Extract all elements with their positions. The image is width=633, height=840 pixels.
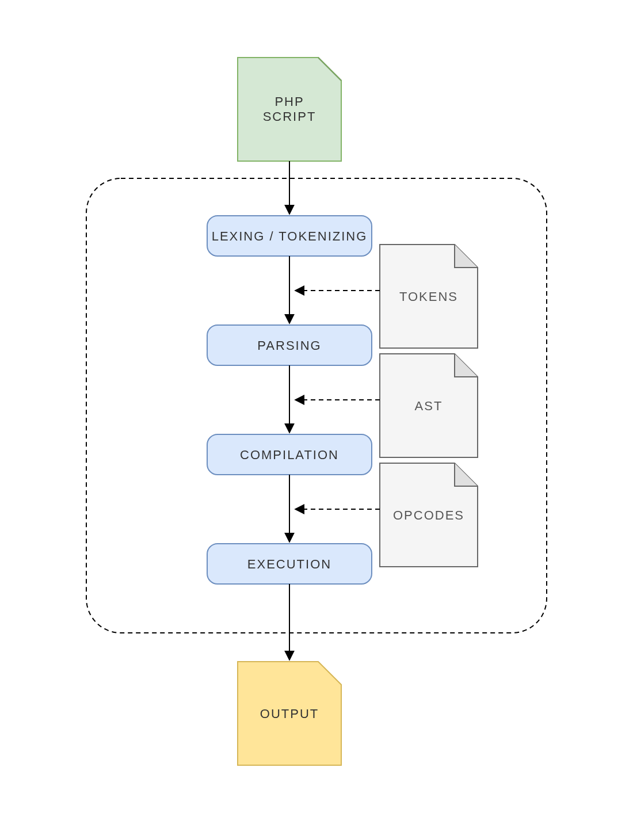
tokens-label: TOKENS [399,289,458,304]
php-execution-diagram: PHP SCRIPT LEXING / TOKENIZING PARSING C… [0,0,633,840]
opcodes-label: OPCODES [393,508,464,522]
node-opcodes: OPCODES [380,463,478,567]
lexing-label: LEXING / TOKENIZING [212,229,368,243]
node-compilation: COMPILATION [207,434,372,475]
node-parsing: PARSING [207,325,372,365]
node-ast: AST [380,354,478,457]
node-php-script: PHP SCRIPT [238,58,341,161]
node-execution: EXECUTION [207,544,372,584]
parsing-label: PARSING [257,338,321,353]
compilation-label: COMPILATION [240,448,339,462]
php-script-label-2: SCRIPT [263,109,316,124]
execution-label: EXECUTION [247,557,331,571]
node-output: OUTPUT [238,662,341,765]
node-lexing: LEXING / TOKENIZING [207,216,372,256]
php-script-label-1: PHP [274,94,304,109]
output-label: OUTPUT [260,707,319,721]
node-tokens: TOKENS [380,245,478,348]
ast-label: AST [415,399,443,413]
